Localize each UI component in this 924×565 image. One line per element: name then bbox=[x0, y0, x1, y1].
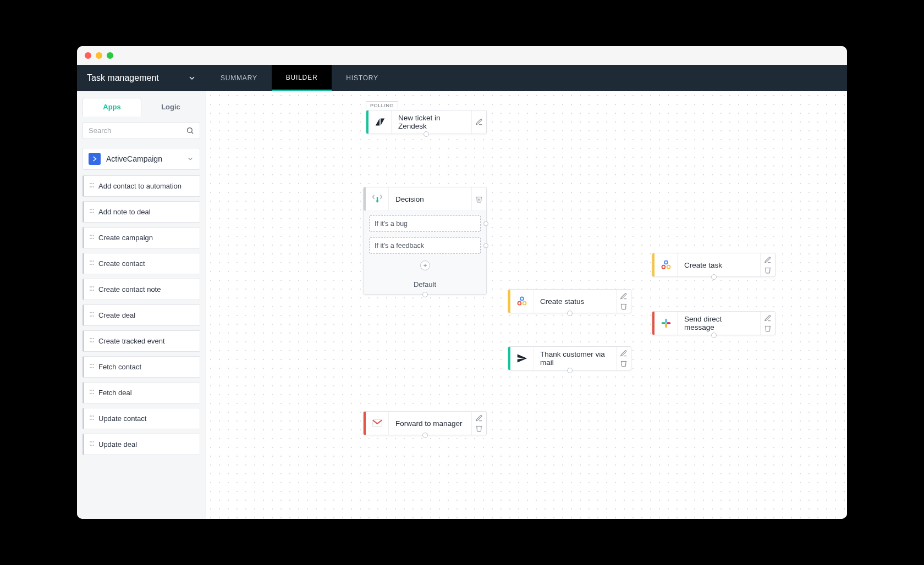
node-thank-customer[interactable]: Thank customer via mail bbox=[508, 346, 631, 370]
topbar: Task management SUMMARY BUILDER HISTORY bbox=[77, 65, 847, 91]
output-port[interactable] bbox=[424, 131, 429, 137]
default-label: Default bbox=[414, 280, 436, 289]
tab-summary[interactable]: SUMMARY bbox=[206, 65, 272, 91]
action-label: Update deal bbox=[98, 440, 137, 448]
trash-icon[interactable] bbox=[475, 195, 483, 203]
grip-icon bbox=[90, 390, 94, 396]
action-label: Create contact note bbox=[98, 285, 161, 293]
edit-icon[interactable] bbox=[475, 414, 483, 422]
tab-history[interactable]: HISTORY bbox=[332, 65, 393, 91]
sidebar-tab-logic[interactable]: Logic bbox=[141, 98, 200, 117]
window-close-button[interactable] bbox=[85, 52, 91, 59]
output-port[interactable] bbox=[567, 368, 573, 373]
edit-icon[interactable] bbox=[764, 256, 772, 264]
action-item[interactable]: Add note to deal bbox=[82, 201, 200, 223]
svg-line-1 bbox=[191, 132, 193, 134]
action-item[interactable]: Fetch contact bbox=[82, 356, 200, 378]
node-send-dm[interactable]: Send direct message bbox=[652, 311, 776, 335]
edit-icon[interactable] bbox=[764, 314, 772, 322]
window-minimize-button[interactable] bbox=[96, 52, 102, 59]
canvas[interactable]: POLLING New ticket in Zendesk bbox=[206, 91, 847, 519]
output-port[interactable] bbox=[711, 333, 717, 338]
action-item[interactable]: Create contact bbox=[82, 253, 200, 274]
trash-icon[interactable] bbox=[764, 266, 772, 274]
node-title: Create task bbox=[678, 261, 760, 269]
search-icon bbox=[186, 126, 194, 135]
node-title: Forward to manager bbox=[389, 419, 471, 428]
add-branch-button[interactable] bbox=[420, 261, 430, 270]
node-title: New ticket in Zendesk bbox=[392, 114, 471, 130]
search-input[interactable] bbox=[89, 126, 186, 135]
decision-body: If it's a bug If it's a feedback bbox=[364, 211, 486, 276]
app-name: ActiveCampaign bbox=[106, 154, 186, 163]
svg-point-17 bbox=[518, 302, 521, 305]
grip-icon bbox=[90, 183, 94, 190]
branch-label: If it's a bug bbox=[375, 220, 408, 228]
connector-lines bbox=[206, 91, 371, 174]
node-trigger[interactable]: POLLING New ticket in Zendesk bbox=[366, 110, 487, 134]
node-create-task[interactable]: Create task bbox=[652, 253, 776, 277]
trash-icon[interactable] bbox=[620, 302, 628, 310]
activecampaign-icon bbox=[89, 153, 101, 165]
branch-port[interactable] bbox=[483, 221, 488, 226]
zendesk-icon bbox=[369, 110, 392, 134]
main-tabs: SUMMARY BUILDER HISTORY bbox=[206, 65, 393, 91]
action-item[interactable]: Create deal bbox=[82, 304, 200, 326]
sidebar-tab-apps[interactable]: Apps bbox=[82, 98, 141, 117]
grip-icon bbox=[90, 286, 94, 293]
node-title: Create status bbox=[534, 297, 616, 306]
trash-icon[interactable] bbox=[620, 359, 628, 367]
edit-icon[interactable] bbox=[620, 350, 628, 357]
asana-icon bbox=[510, 290, 534, 313]
branch-port[interactable] bbox=[483, 243, 488, 248]
app-window: Task management SUMMARY BUILDER HISTORY … bbox=[77, 46, 847, 519]
action-item[interactable]: Add contact to automation bbox=[82, 175, 200, 197]
node-decision[interactable]: Decision If it's a bug If it's a feedbac… bbox=[363, 187, 487, 295]
output-port[interactable] bbox=[422, 292, 428, 297]
body: Apps Logic ActiveCampaign Add contact to… bbox=[77, 91, 847, 519]
node-title: Decision bbox=[389, 195, 471, 203]
app-header[interactable]: ActiveCampaign bbox=[82, 148, 200, 170]
action-item[interactable]: Create tracked event bbox=[82, 330, 200, 352]
grip-icon bbox=[90, 416, 94, 422]
edit-icon[interactable] bbox=[475, 118, 483, 126]
gmail-icon bbox=[366, 412, 389, 435]
trash-icon[interactable] bbox=[475, 424, 483, 432]
grip-icon bbox=[90, 312, 94, 319]
action-item[interactable]: Create campaign bbox=[82, 227, 200, 248]
output-port[interactable] bbox=[567, 311, 573, 316]
action-item[interactable]: Create contact note bbox=[82, 279, 200, 300]
trash-icon[interactable] bbox=[764, 324, 772, 332]
node-create-status[interactable]: Create status bbox=[508, 289, 631, 313]
node-forward[interactable]: Forward to manager bbox=[363, 411, 487, 435]
search-box[interactable] bbox=[82, 122, 200, 139]
svg-marker-6 bbox=[376, 201, 379, 203]
asana-icon bbox=[654, 253, 678, 276]
action-label: Update contact bbox=[98, 414, 146, 423]
chevron-down-icon bbox=[188, 74, 196, 82]
branch[interactable]: If it's a bug bbox=[369, 215, 481, 232]
action-item[interactable]: Update deal bbox=[82, 434, 200, 455]
grip-icon bbox=[90, 209, 94, 215]
action-item[interactable]: Fetch deal bbox=[82, 382, 200, 403]
branch-label: If it's a feedback bbox=[375, 242, 424, 250]
workflow-title-area[interactable]: Task management bbox=[77, 65, 206, 91]
node-title: Send direct message bbox=[678, 315, 760, 331]
output-port[interactable] bbox=[422, 433, 428, 438]
send-icon bbox=[510, 347, 534, 370]
window-fullscreen-button[interactable] bbox=[107, 52, 113, 59]
svg-rect-12 bbox=[665, 319, 667, 323]
svg-point-16 bbox=[520, 297, 524, 300]
grip-icon bbox=[90, 364, 94, 370]
node-title: Thank customer via mail bbox=[534, 350, 616, 367]
action-item[interactable]: Update contact bbox=[82, 408, 200, 429]
branch[interactable]: If it's a feedback bbox=[369, 237, 481, 254]
tab-builder[interactable]: BUILDER bbox=[272, 65, 332, 91]
action-label: Create contact bbox=[98, 259, 145, 268]
decision-icon bbox=[366, 187, 389, 211]
grip-icon bbox=[90, 261, 94, 267]
output-port[interactable] bbox=[711, 274, 717, 280]
edit-icon[interactable] bbox=[620, 292, 628, 300]
action-label: Create campaign bbox=[98, 234, 153, 242]
svg-point-9 bbox=[664, 261, 668, 264]
